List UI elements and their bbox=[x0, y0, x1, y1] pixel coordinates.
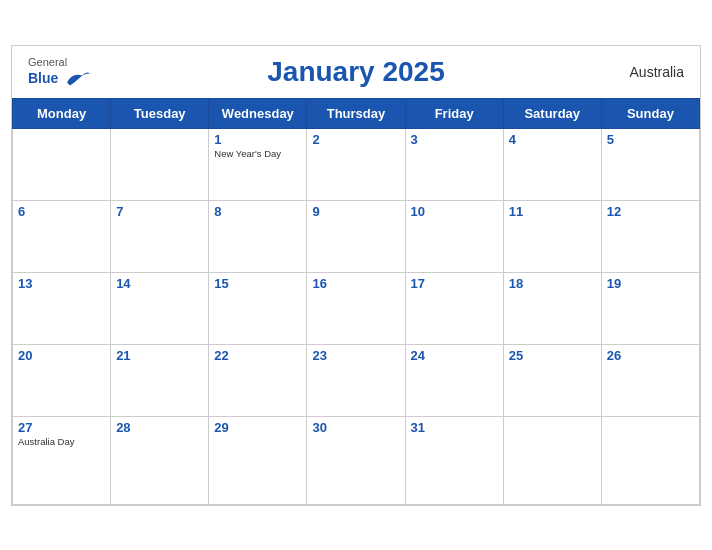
calendar-day-cell: 3 bbox=[405, 128, 503, 200]
calendar-day-cell: 26 bbox=[601, 344, 699, 416]
calendar-table: Monday Tuesday Wednesday Thursday Friday… bbox=[12, 98, 700, 505]
calendar-day-cell: 8 bbox=[209, 200, 307, 272]
calendar-week-row: 27Australia Day28293031 bbox=[13, 416, 700, 504]
holiday-label: New Year's Day bbox=[214, 148, 301, 159]
calendar-day-cell: 12 bbox=[601, 200, 699, 272]
day-number: 6 bbox=[18, 204, 105, 219]
day-number: 31 bbox=[411, 420, 498, 435]
day-number: 4 bbox=[509, 132, 596, 147]
logo-general: General bbox=[28, 56, 92, 67]
day-number: 11 bbox=[509, 204, 596, 219]
header-friday: Friday bbox=[405, 98, 503, 128]
calendar-day-cell: 21 bbox=[111, 344, 209, 416]
day-number: 20 bbox=[18, 348, 105, 363]
day-number: 2 bbox=[312, 132, 399, 147]
calendar-day-cell: 10 bbox=[405, 200, 503, 272]
calendar-day-cell: 4 bbox=[503, 128, 601, 200]
day-number: 8 bbox=[214, 204, 301, 219]
calendar-day-cell bbox=[503, 416, 601, 504]
day-number: 13 bbox=[18, 276, 105, 291]
calendar-day-cell: 22 bbox=[209, 344, 307, 416]
header-wednesday: Wednesday bbox=[209, 98, 307, 128]
calendar-day-cell: 16 bbox=[307, 272, 405, 344]
day-number: 1 bbox=[214, 132, 301, 147]
calendar-day-cell: 15 bbox=[209, 272, 307, 344]
logo-bird-icon bbox=[62, 67, 92, 87]
day-number: 12 bbox=[607, 204, 694, 219]
day-number: 15 bbox=[214, 276, 301, 291]
day-number: 22 bbox=[214, 348, 301, 363]
calendar-day-cell: 29 bbox=[209, 416, 307, 504]
calendar-day-cell: 9 bbox=[307, 200, 405, 272]
day-number: 18 bbox=[509, 276, 596, 291]
header-thursday: Thursday bbox=[307, 98, 405, 128]
day-number: 3 bbox=[411, 132, 498, 147]
header-tuesday: Tuesday bbox=[111, 98, 209, 128]
day-number: 14 bbox=[116, 276, 203, 291]
calendar-day-cell bbox=[601, 416, 699, 504]
calendar-day-cell: 5 bbox=[601, 128, 699, 200]
holiday-label: Australia Day bbox=[18, 436, 105, 447]
calendar-week-row: 20212223242526 bbox=[13, 344, 700, 416]
calendar-day-cell bbox=[111, 128, 209, 200]
day-number: 28 bbox=[116, 420, 203, 435]
calendar-day-cell: 19 bbox=[601, 272, 699, 344]
day-number: 9 bbox=[312, 204, 399, 219]
calendar-day-cell: 18 bbox=[503, 272, 601, 344]
calendar-day-cell: 14 bbox=[111, 272, 209, 344]
calendar: General Blue January 2025 Australia Mond… bbox=[11, 45, 701, 506]
country-label: Australia bbox=[630, 64, 684, 80]
weekday-header-row: Monday Tuesday Wednesday Thursday Friday… bbox=[13, 98, 700, 128]
calendar-day-cell: 17 bbox=[405, 272, 503, 344]
calendar-day-cell: 2 bbox=[307, 128, 405, 200]
calendar-day-cell bbox=[13, 128, 111, 200]
day-number: 29 bbox=[214, 420, 301, 435]
calendar-week-row: 1New Year's Day2345 bbox=[13, 128, 700, 200]
calendar-day-cell: 23 bbox=[307, 344, 405, 416]
calendar-day-cell: 24 bbox=[405, 344, 503, 416]
header-monday: Monday bbox=[13, 98, 111, 128]
calendar-day-cell: 6 bbox=[13, 200, 111, 272]
calendar-day-cell: 13 bbox=[13, 272, 111, 344]
day-number: 7 bbox=[116, 204, 203, 219]
day-number: 24 bbox=[411, 348, 498, 363]
calendar-header: General Blue January 2025 Australia bbox=[12, 46, 700, 98]
day-number: 17 bbox=[411, 276, 498, 291]
day-number: 25 bbox=[509, 348, 596, 363]
calendar-day-cell: 25 bbox=[503, 344, 601, 416]
calendar-day-cell: 28 bbox=[111, 416, 209, 504]
logo: General Blue bbox=[28, 56, 92, 87]
day-number: 26 bbox=[607, 348, 694, 363]
day-number: 19 bbox=[607, 276, 694, 291]
calendar-week-row: 6789101112 bbox=[13, 200, 700, 272]
header-sunday: Sunday bbox=[601, 98, 699, 128]
day-number: 21 bbox=[116, 348, 203, 363]
day-number: 10 bbox=[411, 204, 498, 219]
calendar-title: January 2025 bbox=[267, 56, 444, 88]
calendar-day-cell: 31 bbox=[405, 416, 503, 504]
calendar-day-cell: 11 bbox=[503, 200, 601, 272]
calendar-week-row: 13141516171819 bbox=[13, 272, 700, 344]
calendar-day-cell: 1New Year's Day bbox=[209, 128, 307, 200]
logo-blue: Blue bbox=[28, 70, 58, 84]
header-saturday: Saturday bbox=[503, 98, 601, 128]
day-number: 16 bbox=[312, 276, 399, 291]
day-number: 30 bbox=[312, 420, 399, 435]
calendar-day-cell: 20 bbox=[13, 344, 111, 416]
calendar-day-cell: 7 bbox=[111, 200, 209, 272]
day-number: 23 bbox=[312, 348, 399, 363]
day-number: 5 bbox=[607, 132, 694, 147]
calendar-day-cell: 27Australia Day bbox=[13, 416, 111, 504]
calendar-day-cell: 30 bbox=[307, 416, 405, 504]
day-number: 27 bbox=[18, 420, 105, 435]
